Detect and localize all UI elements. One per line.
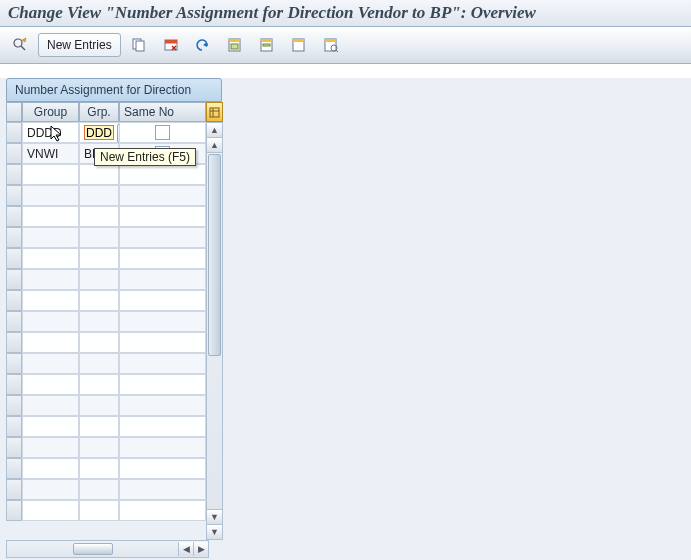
row-selector[interactable] xyxy=(6,206,22,227)
row-selector[interactable] xyxy=(6,416,22,437)
hscroll-right-button[interactable]: ▶ xyxy=(193,542,208,556)
grp-input[interactable] xyxy=(84,125,114,140)
cell-grp[interactable] xyxy=(79,416,119,437)
table-row[interactable] xyxy=(6,374,206,395)
cell-group[interactable] xyxy=(22,185,79,206)
cell-group[interactable] xyxy=(22,332,79,353)
undo-icon[interactable] xyxy=(189,33,217,57)
cell-grp[interactable] xyxy=(79,332,119,353)
row-selector[interactable] xyxy=(6,374,22,395)
cell-grp[interactable] xyxy=(79,374,119,395)
cell-group[interactable] xyxy=(22,374,79,395)
cell-same-no[interactable] xyxy=(119,122,206,143)
cell-same-no[interactable] xyxy=(119,332,206,353)
row-selector[interactable] xyxy=(6,248,22,269)
cell-group[interactable]: VNWI xyxy=(22,143,79,164)
new-entries-button[interactable]: New Entries xyxy=(38,33,121,57)
same-no-checkbox[interactable] xyxy=(155,125,170,140)
cell-group[interactable] xyxy=(22,479,79,500)
table-row[interactable] xyxy=(6,395,206,416)
table-row[interactable] xyxy=(6,248,206,269)
cell-group[interactable] xyxy=(22,248,79,269)
cell-same-no[interactable] xyxy=(119,353,206,374)
hscroll-left-button[interactable]: ◀ xyxy=(178,542,193,556)
delete-icon[interactable] xyxy=(157,33,185,57)
row-selector[interactable] xyxy=(6,332,22,353)
col-header-same-no[interactable]: Same No xyxy=(119,102,206,122)
cell-group[interactable] xyxy=(22,416,79,437)
cell-grp[interactable] xyxy=(79,500,119,521)
table-settings-icon[interactable] xyxy=(206,102,223,122)
cell-group[interactable] xyxy=(22,290,79,311)
cell-same-no[interactable] xyxy=(119,206,206,227)
cell-grp[interactable] xyxy=(79,290,119,311)
scroll-down-button[interactable]: ▼ xyxy=(207,524,222,539)
table-row[interactable]: DDDD xyxy=(6,122,206,143)
table-row[interactable] xyxy=(6,227,206,248)
cell-same-no[interactable] xyxy=(119,437,206,458)
cell-same-no[interactable] xyxy=(119,458,206,479)
row-selector[interactable] xyxy=(6,122,22,143)
col-header-grp[interactable]: Grp. xyxy=(79,102,119,122)
cell-group[interactable] xyxy=(22,227,79,248)
cell-group[interactable] xyxy=(22,458,79,479)
cell-same-no[interactable] xyxy=(119,374,206,395)
table-row[interactable] xyxy=(6,311,206,332)
cell-same-no[interactable] xyxy=(119,479,206,500)
vertical-scrollbar[interactable]: ▲ ▲ ▼ ▼ xyxy=(206,122,223,540)
table-row[interactable] xyxy=(6,332,206,353)
cell-grp[interactable] xyxy=(79,269,119,290)
scroll-line-down-button[interactable]: ▼ xyxy=(207,509,222,524)
row-selector[interactable] xyxy=(6,290,22,311)
row-selector[interactable] xyxy=(6,269,22,290)
select-all-icon[interactable] xyxy=(221,33,249,57)
cell-same-no[interactable] xyxy=(119,500,206,521)
scroll-up-button[interactable]: ▲ xyxy=(207,123,222,138)
table-row[interactable] xyxy=(6,416,206,437)
cell-group[interactable] xyxy=(22,206,79,227)
cell-group[interactable] xyxy=(22,269,79,290)
cell-same-no[interactable] xyxy=(119,311,206,332)
select-block-icon[interactable] xyxy=(253,33,281,57)
table-row[interactable] xyxy=(6,206,206,227)
cell-grp[interactable] xyxy=(79,164,119,185)
row-selector[interactable] xyxy=(6,164,22,185)
cell-group[interactable] xyxy=(22,395,79,416)
cell-grp[interactable] xyxy=(79,185,119,206)
cell-group[interactable] xyxy=(22,164,79,185)
hscroll-thumb[interactable] xyxy=(73,543,113,555)
table-row[interactable] xyxy=(6,479,206,500)
cell-grp[interactable] xyxy=(79,458,119,479)
cell-same-no[interactable] xyxy=(119,227,206,248)
row-selector[interactable] xyxy=(6,311,22,332)
cell-grp[interactable] xyxy=(79,395,119,416)
cell-grp[interactable] xyxy=(79,437,119,458)
table-row[interactable] xyxy=(6,458,206,479)
cell-same-no[interactable] xyxy=(119,269,206,290)
copy-as-icon[interactable] xyxy=(125,33,153,57)
table-row[interactable] xyxy=(6,290,206,311)
scroll-line-up-button[interactable]: ▲ xyxy=(207,138,222,153)
cell-grp[interactable] xyxy=(79,227,119,248)
table-row[interactable] xyxy=(6,185,206,206)
cell-grp[interactable] xyxy=(79,311,119,332)
scroll-thumb[interactable] xyxy=(208,154,221,356)
row-selector[interactable] xyxy=(6,479,22,500)
row-selector[interactable] xyxy=(6,395,22,416)
row-selector[interactable] xyxy=(6,185,22,206)
table-row[interactable] xyxy=(6,353,206,374)
cell-same-no[interactable] xyxy=(119,416,206,437)
cell-same-no[interactable] xyxy=(119,248,206,269)
cell-grp[interactable] xyxy=(79,353,119,374)
cell-same-no[interactable] xyxy=(119,164,206,185)
col-header-group[interactable]: Group xyxy=(22,102,79,122)
toggle-display-change-icon[interactable] xyxy=(6,33,34,57)
grid-corner[interactable] xyxy=(6,102,22,122)
cell-group[interactable] xyxy=(22,437,79,458)
cell-group[interactable] xyxy=(22,311,79,332)
cell-group[interactable] xyxy=(22,500,79,521)
cell-same-no[interactable] xyxy=(119,395,206,416)
table-row[interactable] xyxy=(6,269,206,290)
cell-grp[interactable] xyxy=(79,122,119,143)
horizontal-scrollbar[interactable]: ◀ ▶ xyxy=(6,540,209,558)
